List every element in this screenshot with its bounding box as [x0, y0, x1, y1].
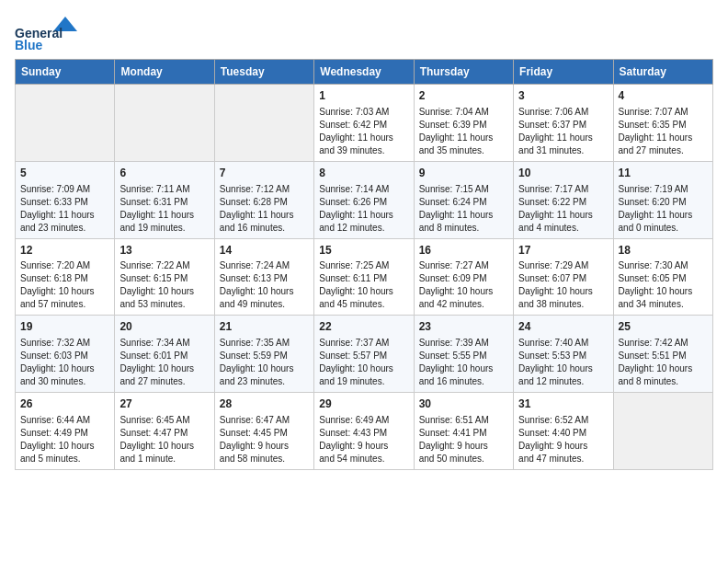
calendar-table: SundayMondayTuesdayWednesdayThursdayFrid… — [15, 59, 713, 470]
day-number: 16 — [419, 243, 508, 259]
calendar-cell: 31Sunrise: 6:52 AM Sunset: 4:40 PM Dayli… — [514, 393, 613, 470]
calendar-cell: 12Sunrise: 7:20 AM Sunset: 6:18 PM Dayli… — [16, 238, 115, 316]
day-number: 8 — [319, 166, 408, 181]
day-info: Sunrise: 7:34 AM Sunset: 6:01 PM Dayligh… — [119, 337, 209, 388]
day-info: Sunrise: 7:30 AM Sunset: 6:05 PM Dayligh… — [619, 259, 708, 311]
day-info: Sunrise: 7:14 AM Sunset: 6:26 PM Dayligh… — [319, 183, 408, 235]
calendar-cell: 5Sunrise: 7:09 AM Sunset: 6:33 PM Daylig… — [16, 161, 115, 238]
calendar-cell: 24Sunrise: 7:40 AM Sunset: 5:53 PM Dayli… — [514, 316, 613, 393]
day-info: Sunrise: 7:15 AM Sunset: 6:24 PM Dayligh… — [419, 183, 508, 235]
calendar-week-3: 12Sunrise: 7:20 AM Sunset: 6:18 PM Dayli… — [16, 238, 713, 316]
header-monday: Monday — [115, 60, 214, 85]
day-info: Sunrise: 7:42 AM Sunset: 5:51 PM Dayligh… — [619, 337, 708, 388]
calendar-cell: 23Sunrise: 7:39 AM Sunset: 5:55 PM Dayli… — [414, 316, 513, 393]
day-number: 4 — [619, 88, 708, 104]
header-wednesday: Wednesday — [314, 60, 414, 85]
day-info: Sunrise: 6:47 AM Sunset: 4:45 PM Dayligh… — [220, 414, 309, 465]
day-number: 25 — [619, 319, 708, 335]
calendar-cell: 13Sunrise: 7:22 AM Sunset: 6:15 PM Dayli… — [115, 238, 214, 316]
day-number: 26 — [20, 396, 109, 412]
header-sunday: Sunday — [16, 60, 115, 85]
calendar-cell: 19Sunrise: 7:32 AM Sunset: 6:03 PM Dayli… — [16, 316, 115, 393]
day-info: Sunrise: 7:24 AM Sunset: 6:13 PM Dayligh… — [220, 259, 309, 311]
day-info: Sunrise: 7:40 AM Sunset: 5:53 PM Dayligh… — [518, 337, 608, 388]
day-number: 11 — [619, 166, 708, 181]
day-info: Sunrise: 7:19 AM Sunset: 6:20 PM Dayligh… — [619, 183, 708, 235]
calendar-cell: 15Sunrise: 7:25 AM Sunset: 6:11 PM Dayli… — [314, 238, 414, 316]
logo: GeneralBlue — [15, 15, 79, 52]
calendar-week-1: 1Sunrise: 7:03 AM Sunset: 6:42 PM Daylig… — [16, 85, 713, 162]
page-header: GeneralBlue — [15, 15, 713, 52]
calendar-cell: 20Sunrise: 7:34 AM Sunset: 6:01 PM Dayli… — [115, 316, 214, 393]
day-info: Sunrise: 7:20 AM Sunset: 6:18 PM Dayligh… — [20, 259, 109, 311]
day-info: Sunrise: 7:37 AM Sunset: 5:57 PM Dayligh… — [319, 337, 408, 388]
logo-svg: GeneralBlue — [15, 15, 79, 52]
day-number: 14 — [220, 243, 309, 259]
day-number: 1 — [319, 88, 408, 104]
calendar-cell: 2Sunrise: 7:04 AM Sunset: 6:39 PM Daylig… — [414, 85, 513, 162]
day-number: 3 — [518, 88, 608, 104]
day-number: 18 — [619, 243, 708, 259]
day-info: Sunrise: 6:49 AM Sunset: 4:43 PM Dayligh… — [319, 414, 408, 465]
calendar-cell: 14Sunrise: 7:24 AM Sunset: 6:13 PM Dayli… — [214, 238, 313, 316]
calendar-cell — [613, 393, 712, 470]
day-info: Sunrise: 7:07 AM Sunset: 6:35 PM Dayligh… — [619, 106, 708, 157]
day-info: Sunrise: 7:39 AM Sunset: 5:55 PM Dayligh… — [419, 337, 508, 388]
calendar-week-5: 26Sunrise: 6:44 AM Sunset: 4:49 PM Dayli… — [16, 393, 713, 470]
day-number: 22 — [319, 319, 408, 335]
day-number: 28 — [220, 396, 309, 412]
day-info: Sunrise: 6:51 AM Sunset: 4:41 PM Dayligh… — [419, 414, 508, 465]
day-number: 7 — [220, 166, 309, 181]
day-number: 15 — [319, 243, 408, 259]
day-info: Sunrise: 7:27 AM Sunset: 6:09 PM Dayligh… — [419, 259, 508, 311]
calendar-header-row: SundayMondayTuesdayWednesdayThursdayFrid… — [16, 60, 713, 85]
calendar-cell: 8Sunrise: 7:14 AM Sunset: 6:26 PM Daylig… — [314, 161, 414, 238]
day-number: 19 — [20, 319, 109, 335]
calendar-cell — [16, 85, 115, 162]
day-info: Sunrise: 7:09 AM Sunset: 6:33 PM Dayligh… — [20, 183, 109, 235]
day-number: 29 — [319, 396, 408, 412]
calendar-cell: 25Sunrise: 7:42 AM Sunset: 5:51 PM Dayli… — [613, 316, 712, 393]
day-info: Sunrise: 7:35 AM Sunset: 5:59 PM Dayligh… — [220, 337, 309, 388]
calendar-cell: 22Sunrise: 7:37 AM Sunset: 5:57 PM Dayli… — [314, 316, 414, 393]
day-number: 27 — [119, 396, 209, 412]
calendar-cell: 29Sunrise: 6:49 AM Sunset: 4:43 PM Dayli… — [314, 393, 414, 470]
day-number: 24 — [518, 319, 608, 335]
day-number: 2 — [419, 88, 508, 104]
day-number: 23 — [419, 319, 508, 335]
day-info: Sunrise: 6:45 AM Sunset: 4:47 PM Dayligh… — [119, 414, 209, 465]
day-info: Sunrise: 7:03 AM Sunset: 6:42 PM Dayligh… — [319, 106, 408, 157]
day-number: 10 — [518, 166, 608, 181]
day-info: Sunrise: 6:44 AM Sunset: 4:49 PM Dayligh… — [20, 414, 109, 465]
day-info: Sunrise: 7:06 AM Sunset: 6:37 PM Dayligh… — [518, 106, 608, 157]
day-number: 30 — [419, 396, 508, 412]
calendar-cell: 21Sunrise: 7:35 AM Sunset: 5:59 PM Dayli… — [214, 316, 313, 393]
calendar-week-4: 19Sunrise: 7:32 AM Sunset: 6:03 PM Dayli… — [16, 316, 713, 393]
day-info: Sunrise: 7:11 AM Sunset: 6:31 PM Dayligh… — [119, 183, 209, 235]
day-number: 17 — [518, 243, 608, 259]
calendar-cell: 16Sunrise: 7:27 AM Sunset: 6:09 PM Dayli… — [414, 238, 513, 316]
day-number: 5 — [20, 166, 109, 181]
calendar-cell: 6Sunrise: 7:11 AM Sunset: 6:31 PM Daylig… — [115, 161, 214, 238]
svg-text:Blue: Blue — [15, 38, 43, 52]
day-info: Sunrise: 7:04 AM Sunset: 6:39 PM Dayligh… — [419, 106, 508, 157]
day-info: Sunrise: 7:17 AM Sunset: 6:22 PM Dayligh… — [518, 183, 608, 235]
day-number: 6 — [119, 166, 209, 181]
day-info: Sunrise: 6:52 AM Sunset: 4:40 PM Dayligh… — [518, 414, 608, 465]
calendar-cell: 28Sunrise: 6:47 AM Sunset: 4:45 PM Dayli… — [214, 393, 313, 470]
calendar-cell: 30Sunrise: 6:51 AM Sunset: 4:41 PM Dayli… — [414, 393, 513, 470]
day-info: Sunrise: 7:32 AM Sunset: 6:03 PM Dayligh… — [20, 337, 109, 388]
calendar-cell: 26Sunrise: 6:44 AM Sunset: 4:49 PM Dayli… — [16, 393, 115, 470]
day-number: 21 — [220, 319, 309, 335]
calendar-cell: 1Sunrise: 7:03 AM Sunset: 6:42 PM Daylig… — [314, 85, 414, 162]
day-info: Sunrise: 7:25 AM Sunset: 6:11 PM Dayligh… — [319, 259, 408, 311]
day-number: 13 — [119, 243, 209, 259]
header-tuesday: Tuesday — [214, 60, 313, 85]
calendar-cell: 9Sunrise: 7:15 AM Sunset: 6:24 PM Daylig… — [414, 161, 513, 238]
calendar-cell: 3Sunrise: 7:06 AM Sunset: 6:37 PM Daylig… — [514, 85, 613, 162]
day-info: Sunrise: 7:22 AM Sunset: 6:15 PM Dayligh… — [119, 259, 209, 311]
day-info: Sunrise: 7:12 AM Sunset: 6:28 PM Dayligh… — [220, 183, 309, 235]
calendar-cell — [214, 85, 313, 162]
calendar-cell: 11Sunrise: 7:19 AM Sunset: 6:20 PM Dayli… — [613, 161, 712, 238]
calendar-cell: 18Sunrise: 7:30 AM Sunset: 6:05 PM Dayli… — [613, 238, 712, 316]
